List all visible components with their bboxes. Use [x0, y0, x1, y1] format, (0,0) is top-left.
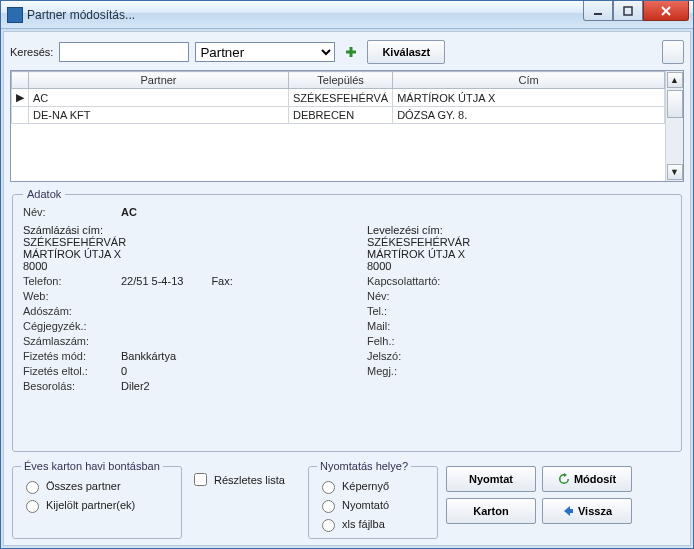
fizeltol-value: 0	[121, 365, 127, 377]
nev2-label: Név:	[367, 290, 467, 302]
svg-rect-1	[624, 7, 632, 15]
scroll-thumb[interactable]	[667, 90, 683, 118]
cell-telepules: DEBRECEN	[289, 107, 393, 124]
nyomtatas-legend: Nyomtatás helye?	[317, 460, 411, 472]
scroll-down-icon[interactable]: ▼	[667, 164, 683, 180]
fizeltol-label: Fizetés eltol.:	[23, 365, 113, 377]
besorolas-value: Diler2	[121, 380, 150, 392]
search-bar: Keresés: Partner Kiválaszt	[10, 38, 684, 66]
levelezesi-label: Levelezési cím:	[367, 224, 443, 236]
besorolas-label: Besorolás:	[23, 380, 113, 392]
current-row-icon: ▶	[12, 89, 29, 107]
scroll-up-icon[interactable]: ▲	[667, 72, 683, 88]
nev-label: Név:	[23, 206, 113, 218]
close-button[interactable]	[643, 1, 689, 21]
search-input[interactable]	[59, 42, 189, 62]
cegjegyzek-label: Cégjegyzék.:	[23, 320, 113, 332]
back-arrow-icon	[562, 505, 574, 517]
table-row[interactable]: DE-NA KFT DEBRECEN DÓZSA GY. 8.	[12, 107, 665, 124]
telefon-value: 22/51 5-4-13	[121, 275, 183, 287]
szamlazasi-street: MÁRTÍROK ÚTJA X	[23, 248, 121, 260]
select-button[interactable]: Kiválaszt	[367, 40, 445, 64]
corner-button[interactable]	[662, 40, 684, 64]
search-type-select[interactable]: Partner	[195, 42, 335, 62]
karton-legend: Éves karton havi bontásban	[21, 460, 163, 472]
client-area: Keresés: Partner Kiválaszt Partner	[3, 31, 691, 546]
cell-partner: DE-NA KFT	[29, 107, 289, 124]
adoszam-label: Adószám:	[23, 305, 113, 317]
szamlazasi-label: Számlázási cím:	[23, 224, 103, 236]
kapcsolattarto-label: Kapcsolattartó:	[367, 275, 467, 287]
szamlazasi-zip: 8000	[23, 260, 47, 272]
bottom-panel: Éves karton havi bontásban Összes partne…	[10, 456, 684, 539]
kepernyo-radio[interactable]: Képernyő	[317, 478, 429, 494]
cell-telepules: SZÉKESFEHÉRVÁ	[289, 89, 393, 107]
add-icon[interactable]	[341, 42, 361, 62]
table-row[interactable]: ▶ AC SZÉKESFEHÉRVÁ MÁRTÍROK ÚTJA X	[12, 89, 665, 107]
osszes-radio[interactable]: Összes partner	[21, 478, 173, 494]
fax-label: Fax:	[211, 275, 232, 287]
cell-partner: AC	[29, 89, 289, 107]
vissza-button[interactable]: Vissza	[542, 498, 632, 524]
partner-grid: Partner Település Cím ▶ AC SZÉKESFEHÉRVÁ…	[10, 70, 684, 182]
col-telepules[interactable]: Település	[289, 72, 393, 89]
cell-cim: DÓZSA GY. 8.	[393, 107, 665, 124]
reszletes-checkbox[interactable]: Részletes lista	[190, 470, 285, 489]
titlebar: Partner módosítás...	[1, 1, 693, 29]
kijelolt-radio[interactable]: Kijelölt partner(ek)	[21, 497, 173, 513]
row-indicator-header	[12, 72, 29, 89]
telefon-label: Telefon:	[23, 275, 113, 287]
nyomtatas-group: Nyomtatás helye? Képernyő Nyomtató xls f…	[308, 460, 438, 539]
cell-cim: MÁRTÍROK ÚTJA X	[393, 89, 665, 107]
fizmod-value: Bankkártya	[121, 350, 176, 362]
levelezesi-zip: 8000	[367, 260, 391, 272]
web-label: Web:	[23, 290, 113, 302]
refresh-icon	[558, 473, 570, 485]
megj-label: Megj.:	[367, 365, 467, 377]
fizmod-label: Fizetés mód:	[23, 350, 113, 362]
nyomtato-radio[interactable]: Nyomtató	[317, 497, 429, 513]
adatok-legend: Adatok	[23, 188, 65, 200]
tel-label: Tel.:	[367, 305, 467, 317]
jelszo-label: Jelszó:	[367, 350, 467, 362]
modosit-button[interactable]: Módosít	[542, 466, 632, 492]
grid-header-row: Partner Település Cím	[12, 72, 665, 89]
szamlazasi-city: SZÉKESFEHÉRVÁR	[23, 236, 126, 248]
xls-radio[interactable]: xls fájlba	[317, 516, 429, 532]
adatok-group: Adatok Név: AC Számlázási cím: SZÉKESFEH…	[12, 188, 682, 452]
levelezesi-city: SZÉKESFEHÉRVÁR	[367, 236, 470, 248]
vertical-scrollbar[interactable]: ▲ ▼	[665, 71, 683, 181]
window-title: Partner módosítás...	[27, 8, 135, 22]
minimize-button[interactable]	[583, 1, 613, 21]
search-label: Keresés:	[10, 46, 53, 58]
karton-group: Éves karton havi bontásban Összes partne…	[12, 460, 182, 539]
maximize-button[interactable]	[613, 1, 643, 21]
mail-label: Mail:	[367, 320, 467, 332]
window: Partner módosítás... Keresés: Partner Ki…	[0, 0, 694, 549]
felh-label: Felh.:	[367, 335, 467, 347]
levelezesi-street: MÁRTÍROK ÚTJA X	[367, 248, 465, 260]
row-indicator	[12, 107, 29, 124]
app-icon	[7, 7, 23, 23]
karton-button[interactable]: Karton	[446, 498, 536, 524]
col-partner[interactable]: Partner	[29, 72, 289, 89]
szamlaszam-label: Számlaszám:	[23, 335, 113, 347]
col-cim[interactable]: Cím	[393, 72, 665, 89]
nyomtat-button[interactable]: Nyomtat	[446, 466, 536, 492]
nev-value: AC	[121, 206, 137, 218]
